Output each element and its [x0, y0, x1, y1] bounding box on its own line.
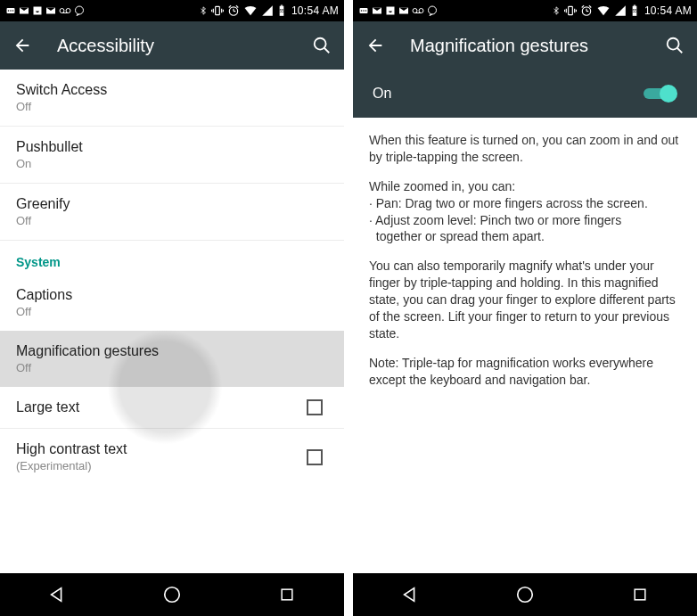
svg-rect-8 — [216, 6, 220, 14]
item-high-contrast-text[interactable]: High contrast text (Experimental) — [0, 429, 344, 485]
vibrate-icon — [564, 4, 577, 17]
item-status: Off — [16, 305, 328, 318]
mail-icon — [19, 5, 29, 16]
alarm-icon — [227, 4, 240, 17]
svg-line-42 — [589, 5, 591, 7]
svg-point-32 — [429, 6, 437, 14]
svg-line-17 — [236, 5, 238, 7]
chat-icon — [74, 5, 85, 16]
wifi-icon — [596, 4, 611, 17]
mail-icon — [372, 5, 382, 16]
nav-bar — [353, 573, 697, 616]
svg-rect-49 — [635, 589, 645, 600]
item-status: Off — [16, 214, 328, 227]
svg-rect-44 — [634, 5, 636, 6]
signal-icon — [614, 4, 627, 17]
svg-point-27 — [363, 10, 365, 12]
voicemail-icon — [59, 5, 71, 16]
checkbox-large-text[interactable] — [307, 399, 323, 415]
item-magnification-gestures[interactable]: Magnification gestures Off — [0, 331, 344, 387]
page-title: Accessibility — [57, 36, 307, 56]
checkbox-high-contrast[interactable] — [307, 449, 323, 465]
svg-text:55: 55 — [632, 9, 637, 13]
svg-rect-19 — [281, 5, 283, 6]
phone-left: 55 10:54 AM Accessibility Switch Access … — [0, 0, 344, 616]
settings-list: Switch Access Off Pushbullet On Greenify… — [0, 70, 344, 573]
alarm-icon — [580, 4, 593, 17]
mail-icon-2 — [398, 5, 409, 16]
back-button[interactable] — [12, 36, 37, 55]
item-large-text[interactable]: Large text — [0, 387, 344, 429]
svg-point-5 — [66, 9, 70, 13]
item-pushbullet[interactable]: Pushbullet On — [0, 127, 344, 184]
desc-paragraph: Note: Triple-tap for magnification works… — [369, 355, 681, 389]
bluetooth-icon — [199, 4, 208, 17]
svg-point-7 — [76, 6, 84, 14]
svg-line-47 — [677, 48, 683, 53]
master-switch-row[interactable]: On — [353, 70, 697, 118]
item-label: Captions — [16, 287, 328, 303]
svg-point-3 — [12, 10, 14, 12]
status-time: 10:54 AM — [291, 4, 339, 17]
search-button[interactable] — [307, 36, 332, 55]
back-button[interactable] — [365, 36, 390, 55]
nav-recent-button[interactable] — [613, 573, 667, 616]
inbox-icon — [32, 5, 43, 16]
toolbar: Magnification gestures — [353, 21, 697, 70]
wifi-icon — [243, 4, 258, 17]
bluetooth-icon — [552, 4, 561, 17]
description-area: When this feature is turned on, you can … — [353, 118, 697, 573]
desc-paragraph: When this feature is turned on, you can … — [369, 132, 681, 166]
item-label: Switch Access — [16, 82, 328, 98]
svg-point-26 — [361, 10, 363, 12]
svg-text:55: 55 — [279, 9, 284, 13]
signal-icon — [261, 4, 274, 17]
svg-rect-33 — [569, 6, 573, 14]
mail-icon-2 — [45, 5, 56, 16]
item-greenify[interactable]: Greenify Off — [0, 184, 344, 241]
switch-label: On — [373, 86, 644, 102]
status-time: 10:54 AM — [644, 4, 692, 17]
item-status: On — [16, 157, 328, 170]
chat-icon — [427, 5, 438, 16]
phone-right: 55 10:54 AM Magnification gestures On Wh… — [353, 0, 697, 616]
svg-point-46 — [668, 38, 679, 50]
svg-rect-24 — [282, 589, 292, 600]
item-status: Off — [16, 100, 328, 113]
item-label: Large text — [16, 399, 307, 415]
item-label: Greenify — [16, 196, 328, 212]
nav-bar — [0, 573, 344, 616]
svg-line-22 — [324, 48, 330, 53]
status-bar: 55 10:54 AM — [353, 0, 697, 21]
inbox-icon — [385, 5, 396, 16]
search-button[interactable] — [660, 36, 685, 55]
page-title: Magnification gestures — [410, 36, 660, 56]
svg-point-29 — [413, 9, 417, 13]
item-switch-access[interactable]: Switch Access Off — [0, 70, 344, 127]
nav-home-button[interactable] — [498, 573, 552, 616]
voicemail-icon — [412, 5, 424, 16]
battery-icon: 55 — [630, 4, 639, 17]
svg-point-2 — [10, 10, 12, 12]
nav-back-button[interactable] — [30, 573, 84, 616]
section-header-system: System — [0, 241, 344, 275]
nav-home-button[interactable] — [145, 573, 199, 616]
item-sub: (Experimental) — [16, 459, 307, 472]
item-label: Pushbullet — [16, 139, 328, 155]
nav-recent-button[interactable] — [260, 573, 314, 616]
svg-line-41 — [582, 5, 584, 7]
item-captions[interactable]: Captions Off — [0, 275, 344, 331]
svg-point-30 — [419, 9, 423, 13]
svg-point-28 — [365, 10, 367, 12]
status-bar: 55 10:54 AM — [0, 0, 344, 21]
toolbar: Accessibility — [0, 21, 344, 70]
notif-icon — [358, 5, 369, 16]
desc-paragraph: You can also temporarily magnify what's … — [369, 258, 681, 341]
svg-point-48 — [518, 587, 533, 603]
battery-icon: 55 — [277, 4, 286, 17]
svg-point-4 — [60, 9, 64, 13]
nav-back-button[interactable] — [383, 573, 437, 616]
master-switch[interactable] — [644, 85, 677, 103]
notif-icon — [5, 5, 16, 16]
svg-point-1 — [8, 10, 10, 12]
